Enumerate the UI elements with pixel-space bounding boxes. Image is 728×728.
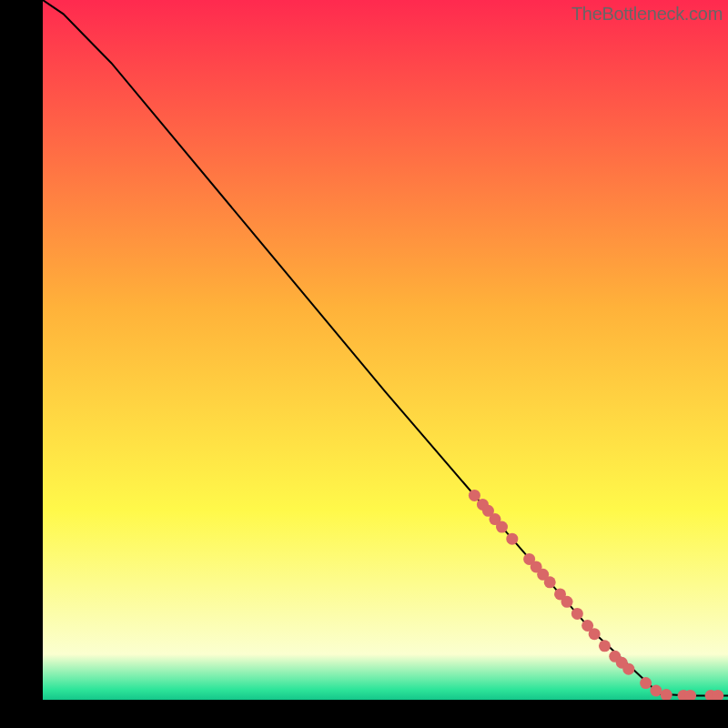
data-marker <box>469 490 480 501</box>
data-marker <box>599 640 611 652</box>
data-marker <box>640 677 652 689</box>
data-marker <box>506 533 518 545</box>
data-marker <box>589 628 601 640</box>
data-marker <box>571 608 583 620</box>
attribution-text: TheBottleneck.com <box>571 4 723 25</box>
data-marker <box>561 596 573 608</box>
chart-svg <box>43 0 728 700</box>
data-marker <box>544 576 556 588</box>
chart-container: TheBottleneck.com <box>43 0 728 700</box>
data-marker <box>650 685 662 697</box>
data-marker <box>622 663 634 675</box>
data-marker <box>496 521 508 533</box>
